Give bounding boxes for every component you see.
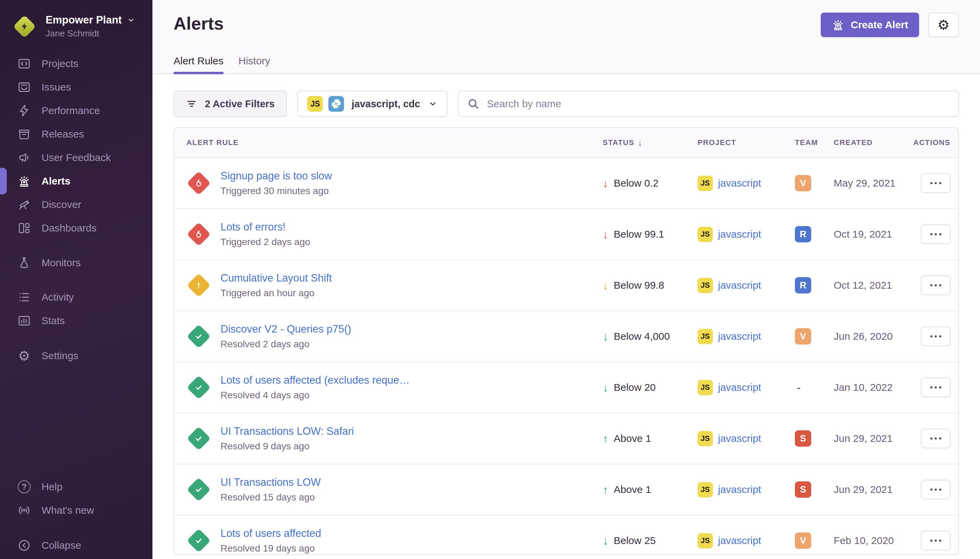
sidebar-item-collapse[interactable]: Collapse [0,533,152,557]
column-header-created: CREATED [834,138,913,147]
filter-icon [186,98,197,110]
project-cell: JS javascript [698,431,795,446]
alert-title-link[interactable]: Cumulative Layout Shift [221,272,332,284]
team-avatar-badge: S [795,430,811,447]
row-actions-button[interactable] [921,428,951,448]
active-filters-button[interactable]: 2 Active Filters [173,91,287,117]
project-link[interactable]: javascript [718,280,761,291]
status-value: Below 0.2 [614,177,659,189]
column-header-status[interactable]: STATUS ↓ [603,137,698,148]
row-actions-button[interactable] [921,480,951,499]
org-logo [13,15,36,38]
sidebar-item-dashboards[interactable]: Dashboards [0,216,152,240]
sidebar-item-alerts[interactable]: Alerts [0,169,152,193]
broadcast-icon [17,503,31,518]
team-cell: R [795,277,834,293]
critical-severity-icon [186,171,211,195]
project-selector-dropdown[interactable]: JS javascript, cdc [297,91,447,117]
resolved-severity-icon [186,375,211,400]
alert-rule-cell: Signup page is too slow Triggered 30 min… [174,170,603,197]
settings-gear-button[interactable]: ⚙ [928,13,959,37]
create-alert-button[interactable]: Create Alert [821,13,919,37]
alert-subtitle: Resolved 4 days ago [221,390,410,401]
alert-title-link[interactable]: Discover V2 - Queries p75() [221,323,351,335]
sidebar-item-label: Help [41,481,63,493]
tab-alert-rules[interactable]: Alert Rules [173,55,224,74]
resolved-severity-icon [186,426,211,451]
project-cell: JS javascript [698,176,795,191]
sidebar-section-0: ProjectsIssuesPerformanceReleasesUser Fe… [0,52,152,240]
sidebar-item-issues[interactable]: Issues [0,75,152,99]
status-direction-icon: ↓ [603,382,609,393]
javascript-project-icon: JS [698,431,713,446]
warning-severity-icon [186,273,211,298]
stats-icon [17,314,31,328]
team-none-dash: - [797,381,801,394]
sidebar-item-settings[interactable]: ⚙Settings [0,344,152,367]
collapse-icon [17,538,31,552]
create-alert-label: Create Alert [851,19,908,31]
project-link[interactable]: javascript [718,535,761,546]
project-cell: JS javascript [698,227,795,242]
created-date: Jun 26, 2020 [834,331,913,342]
javascript-project-icon: JS [698,329,713,344]
sidebar-item-monitors[interactable]: Monitors [0,251,152,275]
row-actions-button[interactable] [921,224,951,244]
alert-title-link[interactable]: Lots of errors! [221,221,310,233]
status-direction-icon: ↓ [603,229,609,240]
actions-cell [913,275,958,295]
projects-icon [17,56,31,71]
actions-cell [913,377,958,397]
toolbar: 2 Active Filters JS javascript, cdc [152,74,980,117]
sidebar-item-projects[interactable]: Projects [0,52,152,75]
team-cell: - [795,381,834,394]
alert-title-link[interactable]: Signup page is too slow [221,170,332,182]
alert-subtitle: Resolved 19 days ago [221,543,321,554]
javascript-project-icon: JS [698,533,713,549]
sidebar-item-performance[interactable]: Performance [0,99,152,122]
alert-rules-table: ALERT RULE STATUS ↓ PROJECT TEAM CREATED… [173,127,959,555]
alert-subtitle: Triggered 2 days ago [221,237,310,248]
status-value: Below 99.1 [614,228,664,240]
search-box [458,91,959,117]
alert-title-link[interactable]: UI Transactions LOW [221,476,321,488]
project-link[interactable]: javascript [718,228,761,240]
table-row: Signup page is too slow Triggered 30 min… [174,158,958,209]
sidebar-item-what-s-new[interactable]: What's new [0,498,152,522]
status-value: Above 1 [614,433,651,444]
row-actions-button[interactable] [921,531,951,551]
created-date: May 29, 2021 [834,177,913,189]
sidebar-item-stats[interactable]: Stats [0,309,152,332]
sidebar-item-user-feedback[interactable]: User Feedback [0,146,152,169]
project-link[interactable]: javascript [718,382,761,393]
sidebar-item-label: Dashboards [41,222,97,234]
row-actions-button[interactable] [921,377,951,397]
org-switcher[interactable]: Empower Plant Jane Schmidt [0,10,152,43]
sidebar-item-help[interactable]: ?Help [0,475,152,498]
row-actions-button[interactable] [921,275,951,295]
sidebar-item-label: Collapse [41,539,81,551]
alerts-icon [17,174,31,188]
tab-history[interactable]: History [239,55,270,74]
alert-title-link[interactable]: Lots of users affected (excludes reque… [221,374,410,386]
search-input[interactable] [486,98,949,110]
sidebar-section-3: ⚙Settings [0,344,152,367]
project-link[interactable]: javascript [718,433,761,444]
project-link[interactable]: javascript [718,331,761,342]
alert-title-link[interactable]: Lots of users affected [221,528,321,539]
row-actions-button[interactable] [921,326,951,346]
team-avatar-badge: V [795,328,811,344]
chevron-down-icon [428,99,437,108]
project-link[interactable]: javascript [718,177,761,189]
sidebar-item-label: Activity [41,291,74,303]
sidebar-item-activity[interactable]: Activity [0,285,152,309]
alert-subtitle: Triggered 30 minutes ago [221,185,332,197]
project-link[interactable]: javascript [718,484,761,495]
monitors-icon [17,256,31,270]
sidebar-item-discover[interactable]: Discover [0,193,152,216]
sidebar-item-releases[interactable]: Releases [0,122,152,146]
project-cell: JS javascript [698,482,795,498]
resolved-severity-icon [186,528,211,553]
row-actions-button[interactable] [921,173,951,193]
alert-title-link[interactable]: UI Transactions LOW: Safari [221,425,354,437]
